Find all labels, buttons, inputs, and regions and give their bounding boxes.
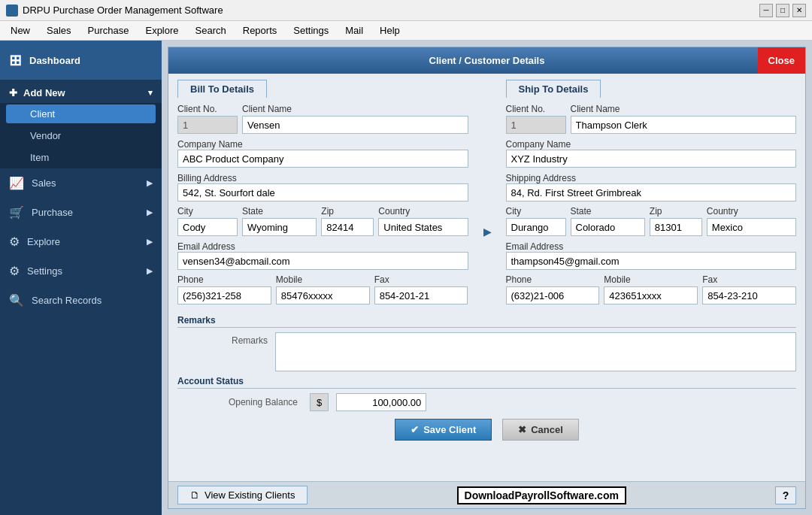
bill-address-input[interactable] — [177, 183, 468, 201]
app-icon — [6, 5, 18, 17]
bill-client-name-input[interactable] — [242, 116, 468, 134]
sidebar-sales[interactable]: 📈 Sales ▶ — [0, 168, 162, 198]
sidebar-purchase[interactable]: 🛒 Purchase ▶ — [0, 198, 162, 227]
menu-new[interactable]: New — [3, 23, 38, 38]
dialog: Client / Customer Details Close Bill To … — [168, 47, 806, 509]
ship-phone-input[interactable] — [506, 286, 600, 304]
bill-client-name-label: Client Name — [242, 104, 468, 114]
bill-address-label: Billing Address — [177, 173, 237, 183]
sidebar-item-vendor[interactable]: Vendor — [0, 125, 162, 147]
sidebar-item-client[interactable]: Client — [6, 105, 156, 123]
bill-city-field: City — [177, 206, 238, 236]
ship-country-label: Country — [707, 206, 796, 217]
dashboard-icon: ⊞ — [9, 51, 22, 69]
menu-search[interactable]: Search — [188, 23, 234, 38]
ship-fax-input[interactable] — [702, 286, 796, 304]
title-bar-text: DRPU Purchase Order Management Software — [23, 5, 223, 16]
bill-to-tab[interactable]: Bill To Details — [177, 80, 267, 98]
bill-fax-label: Fax — [374, 274, 468, 285]
bill-mobile-input[interactable] — [276, 286, 370, 304]
sidebar-add-new[interactable]: ✚ Add New ▾ — [0, 80, 162, 103]
bill-client-no-input[interactable] — [177, 116, 238, 134]
ship-client-row: Client No. Client Name — [506, 104, 797, 134]
ship-client-no-input[interactable] — [506, 116, 566, 134]
remarks-section-label: Remarks — [177, 315, 796, 328]
bill-state-field: State — [242, 206, 317, 236]
ship-state-input[interactable] — [571, 218, 645, 236]
ship-address-label: Shipping Address — [506, 173, 576, 183]
purchase-arrow: ▶ — [147, 208, 153, 217]
content-area: Client / Customer Details Close Bill To … — [162, 41, 812, 515]
explore-label: Explore — [27, 236, 60, 247]
menu-purchase[interactable]: Purchase — [80, 23, 137, 38]
view-existing-icon: 🗋 — [190, 489, 200, 501]
menu-settings[interactable]: Settings — [286, 23, 336, 38]
dialog-header: Client / Customer Details Close — [168, 47, 805, 74]
ship-fax-label: Fax — [702, 274, 796, 285]
ship-state-field: State — [571, 206, 645, 236]
ship-client-name-label: Client Name — [571, 104, 797, 114]
ship-country-field: Country — [707, 206, 796, 236]
bill-fax-field: Fax — [374, 274, 468, 304]
ship-zip-input[interactable] — [650, 218, 702, 236]
opening-balance-input[interactable] — [336, 393, 426, 411]
add-new-label: Add New — [23, 87, 65, 98]
main-layout: ⊞ Dashboard ✚ Add New ▾ Client Vendor It… — [0, 41, 812, 515]
title-bar-controls: ─ □ ✕ — [759, 4, 806, 17]
bill-fax-input[interactable] — [374, 286, 468, 304]
title-bar-left: DRPU Purchase Order Management Software — [6, 5, 223, 17]
account-status-row: Opening Balance $ — [177, 393, 796, 411]
bill-phone-input[interactable] — [177, 286, 271, 304]
account-status-section: Account Status Opening Balance $ — [177, 376, 796, 411]
bill-city-input[interactable] — [177, 218, 238, 236]
menu-sales[interactable]: Sales — [39, 23, 79, 38]
menu-explore[interactable]: Explore — [138, 23, 186, 38]
ship-city-field: City — [506, 206, 566, 236]
minimize-button[interactable]: ─ — [759, 4, 773, 17]
settings-icon: ⚙ — [9, 264, 20, 278]
menu-mail[interactable]: Mail — [338, 23, 371, 38]
menu-reports[interactable]: Reports — [235, 23, 285, 38]
cancel-button[interactable]: ✖ Cancel — [502, 419, 579, 441]
account-status-label: Account Status — [177, 376, 796, 389]
currency-symbol: $ — [317, 397, 322, 408]
close-dialog-button[interactable]: Close — [758, 47, 805, 74]
bill-zip-input[interactable] — [321, 218, 374, 236]
ship-client-name-input[interactable] — [571, 116, 797, 134]
dialog-title: Client / Customer Details — [429, 55, 545, 66]
bill-company-row: Company Name — [177, 138, 468, 168]
ship-email-row: Email Address — [506, 241, 797, 270]
bill-client-no-label: Client No. — [177, 104, 238, 114]
bill-email-row: Email Address — [177, 241, 468, 270]
sidebar-dashboard[interactable]: ⊞ Dashboard — [0, 41, 162, 80]
arrow-icon: ▶ — [483, 226, 491, 238]
sidebar-settings[interactable]: ⚙ Settings ▶ — [0, 256, 162, 286]
bill-email-input[interactable] — [177, 252, 468, 270]
bill-country-input[interactable] — [378, 218, 468, 236]
bill-phone-label: Phone — [177, 274, 271, 285]
view-existing-clients-button[interactable]: 🗋 View Existing Clients — [177, 486, 308, 504]
bill-state-input[interactable] — [242, 218, 317, 236]
sidebar-search-records[interactable]: 🔍 Search Records — [0, 286, 162, 315]
ship-city-input[interactable] — [506, 218, 566, 236]
ship-company-input[interactable] — [506, 150, 797, 168]
remarks-textarea[interactable] — [275, 332, 796, 371]
ship-address-input[interactable] — [506, 183, 797, 201]
sidebar-item-item[interactable]: Item — [0, 147, 162, 168]
ship-email-input[interactable] — [506, 252, 797, 270]
sidebar-explore[interactable]: ⚙ Explore ▶ — [0, 227, 162, 256]
bill-company-input[interactable] — [177, 150, 468, 168]
ship-mobile-field: Mobile — [604, 274, 698, 304]
help-button[interactable]: ? — [775, 486, 796, 504]
column-arrow: ▶ — [483, 80, 491, 309]
ship-zip-field: Zip — [650, 206, 702, 236]
ship-mobile-input[interactable] — [604, 286, 698, 304]
ship-country-input[interactable] — [707, 218, 796, 236]
save-client-button[interactable]: ✔ Save Client — [395, 419, 492, 441]
menu-help[interactable]: Help — [372, 23, 408, 38]
ship-client-name-field: Client Name — [571, 104, 797, 134]
ship-to-tab[interactable]: Ship To Details — [506, 80, 601, 98]
maximize-button[interactable]: □ — [776, 4, 789, 17]
purchase-icon: 🛒 — [9, 205, 24, 220]
close-window-button[interactable]: ✕ — [792, 4, 806, 17]
